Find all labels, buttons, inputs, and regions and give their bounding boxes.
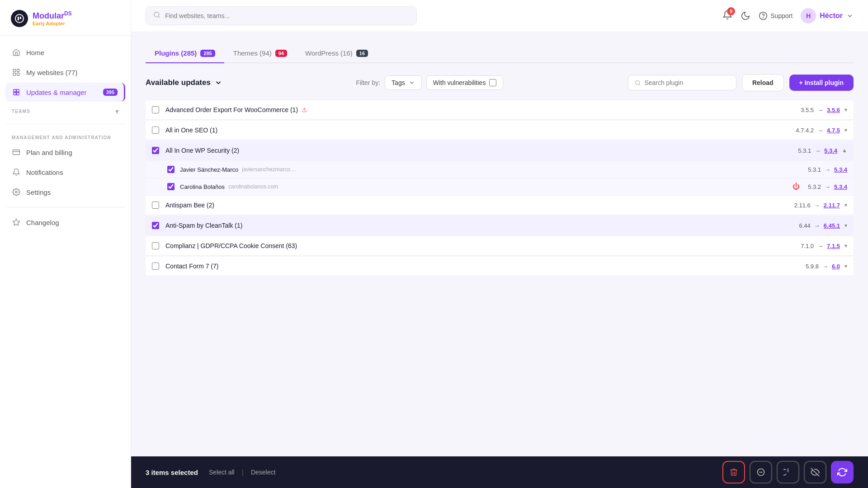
updates-icon	[12, 88, 21, 97]
sidebar-item-notifications[interactable]: Notifications	[5, 163, 125, 182]
plugin-checkbox-complianz[interactable]	[152, 242, 159, 249]
svg-point-8	[15, 191, 18, 193]
billing-icon	[12, 148, 21, 157]
search-icon	[153, 11, 160, 20]
user-menu[interactable]: H Héctor	[801, 8, 854, 23]
sidebar-item-updates-manager[interactable]: Updates & manager 395	[5, 83, 125, 102]
filter-label: Filter by:	[356, 79, 380, 86]
delete-button[interactable]	[722, 461, 745, 483]
plugin-row-advanced-order-export[interactable]: Advanced Order Export For WooCommerce (1…	[146, 100, 854, 120]
sub-plugin-checkbox-javier[interactable]	[167, 166, 175, 173]
deselect-button[interactable]: Deselect	[251, 469, 275, 476]
power-icon: ⏻	[793, 183, 800, 191]
sidebar-item-plan-billing[interactable]: Plan and billing	[5, 143, 125, 162]
support-button[interactable]: Support	[759, 11, 793, 20]
tab-wordpress-badge: 16	[356, 50, 368, 57]
tab-wordpress-label: WordPress (16)	[305, 49, 353, 57]
plugin-checkbox-contact-form-7[interactable]	[152, 263, 159, 270]
plugin-row-antispam-bee[interactable]: Antispam Bee (2) 2.11.6 → 2.11.7 ▾	[146, 196, 854, 215]
svg-line-11	[158, 16, 160, 18]
vuln-filter-checkbox[interactable]	[489, 79, 496, 86]
sub-plugin-name-carolina: Carolina Bolaños carolinabolanos.com	[180, 183, 793, 190]
avatar: H	[801, 8, 816, 23]
plugin-row-contact-form-7[interactable]: Contact Form 7 (7) 5.9.8 → 6.0 ▾	[146, 257, 854, 276]
expand-advanced-order-export[interactable]: ▾	[844, 107, 847, 113]
search-input[interactable]	[165, 12, 409, 19]
websites-icon	[12, 68, 21, 77]
sidebar-item-my-websites[interactable]: My websites (77)	[5, 63, 125, 82]
content-area: Plugins (285) 285 Themes (94) 94 WordPre…	[131, 32, 868, 456]
tab-plugins-label: Plugins (285)	[155, 49, 197, 57]
eye-button[interactable]	[804, 461, 826, 483]
teams-section[interactable]: TEAMS ▾	[5, 103, 125, 120]
plugin-row-all-in-one-wp-security[interactable]: All In One WP Security (2) 5.3.1 → 5.3.4…	[146, 141, 854, 160]
sidebar-item-settings-label: Settings	[26, 188, 51, 196]
tab-plugins[interactable]: Plugins (285) 285	[146, 45, 224, 63]
teams-label: TEAMS	[12, 109, 30, 114]
plugin-search-icon	[635, 80, 641, 86]
plugin-checkbox-all-in-one-seo[interactable]	[152, 127, 159, 134]
deactivate-button[interactable]	[750, 461, 772, 483]
plugin-version-all-in-one-wp-security: 5.3.1 → 5.3.4	[798, 147, 837, 154]
update-button[interactable]	[831, 461, 854, 483]
sub-plugin-checkbox-carolina[interactable]	[167, 183, 175, 190]
plugin-checkbox-antispam-bee[interactable]	[152, 202, 159, 209]
tabs: Plugins (285) 285 Themes (94) 94 WordPre…	[146, 45, 854, 63]
svg-point-0	[15, 14, 24, 23]
logo: ModularDS Early Adopter	[0, 0, 131, 36]
svg-rect-2	[20, 17, 21, 19]
notification-button[interactable]: 9	[722, 10, 732, 22]
sub-domain-javier: javiersanchezmarco....	[242, 166, 296, 173]
tab-wordpress[interactable]: WordPress (16) 16	[296, 45, 377, 63]
plugin-checkbox-advanced-order-export[interactable]	[152, 106, 159, 113]
sidebar-item-changelog[interactable]: Changelog	[5, 213, 125, 232]
svg-line-15	[639, 84, 640, 85]
available-updates-dropdown[interactable]: Available updates	[146, 78, 222, 87]
chevron-down-icon	[846, 12, 854, 19]
sidebar-item-home[interactable]: Home	[5, 43, 125, 62]
plugin-search-input[interactable]	[644, 79, 730, 86]
mgmt-section-label: MANAGEMENT AND ADMINISTRATION	[5, 128, 125, 143]
sub-plugin-row-javier: Javier Sánchez-Marco javiersanchezmarco.…	[146, 161, 854, 178]
sidebar-item-updates-label: Updates & manager	[26, 89, 86, 96]
svg-rect-7	[13, 150, 20, 155]
expand-all-in-one-wp-security[interactable]: ▲	[842, 147, 847, 154]
power-icon	[783, 468, 793, 477]
tags-label: Tags	[392, 79, 405, 86]
global-search[interactable]	[146, 6, 417, 25]
svg-point-10	[154, 12, 159, 17]
bell-icon	[12, 168, 21, 177]
plugin-row-all-in-one-seo[interactable]: All in One SEO (1) 4.7.4.2 → 4.7.5 ▾	[146, 121, 854, 140]
expand-anti-spam-cleantalk[interactable]: ▾	[844, 222, 847, 229]
install-plugin-button[interactable]: + Install plugin	[789, 75, 854, 91]
deactivate-icon	[756, 468, 765, 477]
expand-complianz[interactable]: ▾	[844, 243, 847, 249]
svg-marker-9	[13, 219, 20, 225]
theme-toggle[interactable]	[741, 11, 750, 21]
eye-off-icon	[811, 468, 820, 477]
select-all-button[interactable]: Select all	[209, 469, 235, 476]
plugin-version-anti-spam-cleantalk: 6.44 → 6.45.1	[799, 222, 840, 229]
reload-button[interactable]: Reload	[742, 74, 784, 91]
power-button[interactable]	[777, 461, 799, 483]
plugin-checkbox-all-in-one-wp-security[interactable]	[152, 147, 159, 154]
sidebar-item-settings[interactable]: Settings	[5, 183, 125, 202]
vuln-filter[interactable]: With vulnerabilities	[426, 75, 504, 90]
plugin-name-complianz: Complianz | GDPR/CCPA Cookie Consent (63…	[165, 242, 801, 249]
plugin-search[interactable]	[628, 75, 736, 90]
svg-rect-6	[17, 73, 19, 75]
plugin-row-complianz[interactable]: Complianz | GDPR/CCPA Cookie Consent (63…	[146, 236, 854, 256]
plugin-version-antispam-bee: 2.11.6 → 2.11.7	[794, 202, 840, 209]
expand-contact-form-7[interactable]: ▾	[844, 263, 847, 269]
plugin-version-advanced-order-export: 3.5.5 → 3.5.6	[801, 107, 840, 113]
plugin-row-anti-spam-cleantalk[interactable]: Anti-Spam by CleanTalk (1) 6.44 → 6.45.1…	[146, 216, 854, 235]
plugin-checkbox-anti-spam-cleantalk[interactable]	[152, 222, 159, 229]
refresh-icon	[837, 467, 847, 477]
changelog-icon	[12, 218, 21, 227]
expand-all-in-one-seo[interactable]: ▾	[844, 127, 847, 133]
support-label: Support	[770, 12, 793, 19]
tags-filter[interactable]: Tags	[385, 75, 422, 90]
expand-antispam-bee[interactable]: ▾	[844, 202, 847, 208]
tab-themes[interactable]: Themes (94) 94	[224, 45, 296, 63]
sidebar-item-plan-billing-label: Plan and billing	[26, 149, 72, 156]
